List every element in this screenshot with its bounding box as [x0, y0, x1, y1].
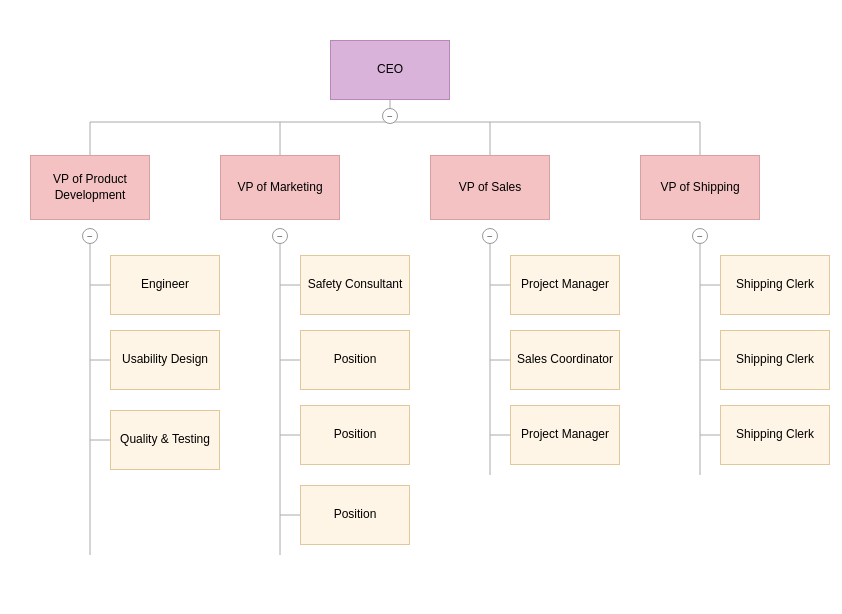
vp-marketing-box: VP of Marketing [220, 155, 340, 220]
vp-marketing-label: VP of Marketing [237, 180, 322, 196]
ceo-toggle[interactable]: − [382, 108, 398, 124]
vp-product-development-box: VP of Product Development [30, 155, 150, 220]
vp-sales-box: VP of Sales [430, 155, 550, 220]
child-project-manager-2: Project Manager [510, 405, 620, 465]
child-position-3: Position [300, 485, 410, 545]
child-position-2: Position [300, 405, 410, 465]
child-shipping-clerk-1: Shipping Clerk [720, 255, 830, 315]
child-usability-design: Usability Design [110, 330, 220, 390]
child-sales-coordinator: Sales Coordinator [510, 330, 620, 390]
child-engineer: Engineer [110, 255, 220, 315]
org-chart: CEO − VP of Product Development − VP of … [0, 0, 842, 614]
child-quality-testing: Quality & Testing [110, 410, 220, 470]
child-shipping-clerk-3: Shipping Clerk [720, 405, 830, 465]
child-position-1: Position [300, 330, 410, 390]
vp-shipping-toggle[interactable]: − [692, 228, 708, 244]
vp-sales-label: VP of Sales [459, 180, 521, 196]
vp-sales-toggle[interactable]: − [482, 228, 498, 244]
child-shipping-clerk-2: Shipping Clerk [720, 330, 830, 390]
child-safety-consultant: Safety Consultant [300, 255, 410, 315]
vp-product-development-label: VP of Product Development [53, 172, 127, 203]
child-project-manager-1: Project Manager [510, 255, 620, 315]
vp-shipping-label: VP of Shipping [660, 180, 739, 196]
ceo-box: CEO [330, 40, 450, 100]
vp-product-toggle[interactable]: − [82, 228, 98, 244]
vp-shipping-box: VP of Shipping [640, 155, 760, 220]
vp-marketing-toggle[interactable]: − [272, 228, 288, 244]
ceo-label: CEO [377, 62, 403, 78]
